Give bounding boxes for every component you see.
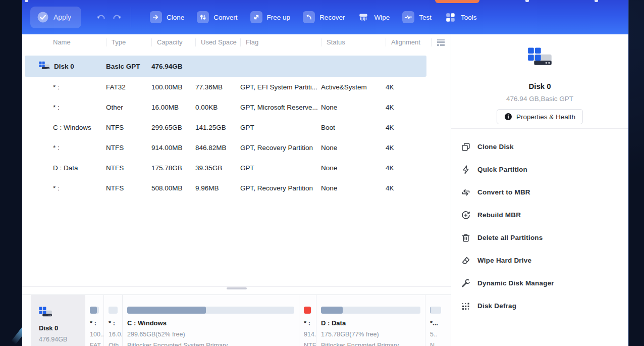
action-convert-to-mbr[interactable]: Convert to MBR bbox=[451, 181, 628, 204]
undo-icon bbox=[95, 12, 106, 23]
tools-icon bbox=[444, 11, 456, 23]
toolbar-clone-label: Clone bbox=[167, 14, 184, 21]
dynamic-disk-manager-icon bbox=[461, 278, 471, 288]
titlebar-upgrade-button-remnant[interactable] bbox=[435, 0, 479, 3]
column-settings-button[interactable] bbox=[431, 38, 451, 46]
delete-all-partitions-icon bbox=[461, 233, 471, 243]
column-header-used-space[interactable]: Used Space bbox=[195, 38, 240, 46]
wipe-icon bbox=[357, 11, 369, 23]
disk-map-card-d-data[interactable]: D : Data 175.78GB(77% free) Bitlocker En… bbox=[316, 295, 425, 346]
partition-table: Disk 0 Basic GPT 476.94GB * : FAT32 100.… bbox=[22, 56, 451, 198]
apply-button[interactable]: Apply bbox=[30, 7, 81, 28]
toolbar-test-label: Test bbox=[419, 14, 432, 21]
rebuild-mbr-icon bbox=[461, 210, 471, 220]
titlebar-icon-remnant bbox=[595, 0, 598, 2]
action-wipe-hard-drive[interactable]: Wipe Hard Drive bbox=[451, 249, 628, 272]
toolbar-tools-button[interactable]: Tools bbox=[444, 8, 477, 26]
table-row-c-windows[interactable]: C : Windows NTFS 299.65GB 141.25GB GPT B… bbox=[22, 117, 451, 137]
column-header-capacity[interactable]: Capacity bbox=[151, 38, 195, 46]
toolbar-free-up-label: Free up bbox=[267, 14, 291, 21]
convert-to-mbr-icon bbox=[461, 187, 471, 197]
usage-bar bbox=[430, 307, 441, 314]
toolbar-wipe-label: Wipe bbox=[374, 14, 390, 21]
table-header: Name Type Capacity Used Space Flag Statu… bbox=[22, 35, 451, 50]
action-disk-defrag[interactable]: Disk Defrag bbox=[451, 294, 628, 317]
toolbar-convert-label: Convert bbox=[213, 14, 237, 21]
disk-icon bbox=[527, 47, 553, 70]
disk-icon bbox=[39, 61, 50, 71]
sidebar-disk-name: Disk 0 bbox=[451, 82, 628, 90]
row-name: Disk 0 bbox=[54, 63, 74, 70]
disk-map-card-efi[interactable]: * : 100.... FAT... bbox=[85, 295, 104, 346]
toolbar-convert-button[interactable]: Convert bbox=[197, 8, 237, 26]
partition-table-panel: Name Type Capacity Used Space Flag Statu… bbox=[22, 34, 451, 346]
column-header-status[interactable]: Status bbox=[321, 38, 386, 46]
disk-summary: Disk 0 476.94 GB,Basic GPT Properties & … bbox=[451, 34, 628, 129]
row-capacity: 476.94GB bbox=[151, 63, 195, 70]
table-row-partition-6[interactable]: * : NTFS 508.00MB 9.96MB GPT, Recovery P… bbox=[22, 178, 451, 198]
toolbar-clone-button[interactable]: Clone bbox=[150, 8, 184, 26]
action-rebuild-mbr[interactable]: Rebuild MBR bbox=[451, 204, 628, 226]
redo-button[interactable] bbox=[111, 11, 124, 24]
disk-details-sidebar: Disk 0 476.94 GB,Basic GPT Properties & … bbox=[451, 34, 628, 346]
clone-disk-icon bbox=[461, 142, 471, 152]
info-icon bbox=[504, 113, 512, 121]
disk-icon bbox=[39, 307, 52, 319]
disk-actions-list: Clone Disk Quick Partition Convert to MB… bbox=[451, 129, 628, 317]
toolbar-tools-label: Tools bbox=[461, 14, 477, 21]
table-row-partition-1[interactable]: * : FAT32 100.00MB 77.36MB GPT, EFI Syst… bbox=[22, 77, 451, 97]
disk-map-panel: Disk 0 476.94GB Basic GPT * : 100.... FA… bbox=[22, 294, 451, 346]
disk-map-card-recovery-2[interactable]: *... 5.. N... bbox=[425, 295, 446, 346]
clone-icon bbox=[150, 11, 162, 23]
usage-bar bbox=[127, 307, 294, 314]
redo-icon bbox=[112, 12, 123, 23]
table-row-partition-2[interactable]: * : Other 16.00MB 0.00KB GPT, Microsoft … bbox=[22, 97, 451, 117]
column-header-alignment[interactable]: Alignment bbox=[386, 38, 431, 46]
toolbar-recover-button[interactable]: Recover bbox=[303, 8, 345, 26]
disk-map-card-disk0[interactable]: Disk 0 476.94GB Basic GPT bbox=[31, 295, 85, 346]
titlebar-logo-remnant bbox=[25, 0, 28, 2]
toolbar-wipe-button[interactable]: Wipe bbox=[357, 8, 390, 26]
disk-map-card-c-windows[interactable]: C : Windows 299.65GB(52% free) Bitlocker… bbox=[123, 295, 299, 346]
apply-label: Apply bbox=[53, 13, 71, 21]
column-header-flag[interactable]: Flag bbox=[240, 38, 321, 46]
usage-bar bbox=[109, 307, 118, 314]
usage-bar bbox=[321, 307, 420, 314]
table-row-partition-4[interactable]: * : NTFS 914.00MB 846.82MB GPT, Recovery… bbox=[22, 137, 451, 158]
action-quick-partition[interactable]: Quick Partition bbox=[451, 158, 628, 181]
recover-icon bbox=[303, 11, 315, 23]
table-row-d-data[interactable]: D : Data NTFS 175.78GB 39.35GB GPT None … bbox=[22, 158, 451, 178]
toolbar-recover-label: Recover bbox=[319, 14, 345, 21]
action-clone-disk[interactable]: Clone Disk bbox=[451, 135, 628, 158]
sidebar-disk-info: 476.94 GB,Basic GPT bbox=[451, 95, 628, 103]
column-header-name[interactable]: Name bbox=[22, 38, 106, 46]
list-view-icon bbox=[437, 39, 445, 46]
toolbar-separator bbox=[131, 7, 131, 27]
action-delete-all-partitions[interactable]: Delete all Partitions bbox=[451, 226, 628, 249]
undo-button[interactable] bbox=[94, 11, 108, 24]
test-icon bbox=[402, 11, 414, 23]
panel-resize-handle[interactable] bbox=[227, 287, 247, 289]
check-circle-icon bbox=[37, 11, 49, 23]
column-header-type[interactable]: Type bbox=[106, 38, 151, 46]
free-up-icon bbox=[250, 11, 262, 23]
usage-bar bbox=[304, 307, 311, 314]
action-dynamic-disk-manager[interactable]: Dynamic Disk Manager bbox=[451, 272, 628, 294]
toolbar-free-up-button[interactable]: Free up bbox=[250, 8, 291, 26]
properties-health-button[interactable]: Properties & Health bbox=[497, 109, 583, 124]
disk-map-card-msr[interactable]: * : 16.0... Oth... bbox=[104, 295, 123, 346]
panel-divider bbox=[22, 286, 451, 287]
convert-icon bbox=[197, 11, 209, 23]
usage-bar bbox=[90, 307, 99, 314]
quick-partition-icon bbox=[461, 165, 471, 175]
partition-manager-window: Apply Clone bbox=[22, 0, 628, 346]
row-type: Basic GPT bbox=[106, 63, 151, 70]
wipe-hard-drive-icon bbox=[461, 256, 471, 266]
disk-map-card-recovery-1[interactable]: * : 914.... NTF... bbox=[299, 295, 316, 346]
main-toolbar: Apply Clone bbox=[22, 0, 628, 34]
titlebar-icon-remnant bbox=[525, 0, 529, 2]
table-row-disk0[interactable]: Disk 0 Basic GPT 476.94GB bbox=[22, 56, 451, 77]
toolbar-test-button[interactable]: Test bbox=[402, 8, 432, 26]
disk-defrag-icon bbox=[461, 301, 471, 311]
